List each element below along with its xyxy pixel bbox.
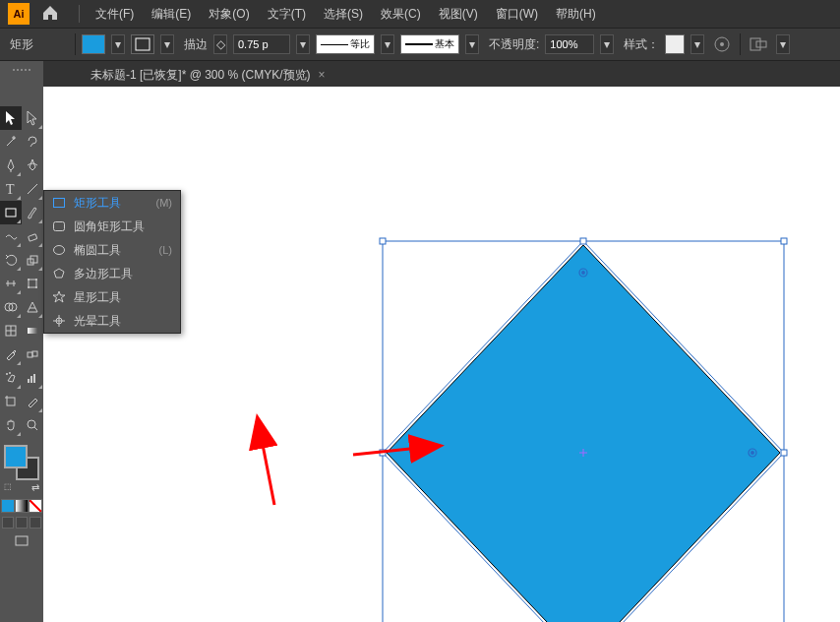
stroke-label: 描边 — [184, 36, 208, 53]
line-tool[interactable] — [22, 177, 43, 201]
svg-point-51 — [413, 452, 416, 455]
scale-tool[interactable] — [22, 248, 43, 272]
home-icon[interactable] — [41, 4, 61, 24]
brush-def[interactable]: 基本 — [400, 34, 459, 54]
shape-builder-tool[interactable] — [0, 295, 22, 319]
draw-normal[interactable] — [2, 517, 14, 529]
menu-type[interactable]: 文字(T) — [260, 2, 314, 27]
menu-window[interactable]: 窗口(W) — [488, 2, 546, 27]
flare-icon — [52, 314, 66, 328]
menu-effect[interactable]: 效果(C) — [373, 2, 429, 27]
opacity-dropdown[interactable]: ▾ — [600, 34, 614, 54]
paintbrush-tool[interactable] — [22, 201, 43, 224]
fill-dropdown[interactable]: ▾ — [111, 34, 125, 54]
fill-swatch[interactable] — [82, 34, 105, 54]
rectangle-tool[interactable] — [0, 201, 22, 224]
svg-rect-38 — [781, 238, 787, 244]
flyout-rectangle[interactable]: 矩形工具 (M) — [44, 191, 180, 215]
svg-line-33 — [34, 427, 37, 430]
eraser-tool[interactable] — [22, 224, 43, 248]
color-mode-solid[interactable] — [1, 499, 15, 513]
selected-rectangle-shape[interactable] — [372, 212, 795, 622]
canvas[interactable] — [43, 87, 840, 622]
toolbar: T — [0, 61, 43, 622]
control-bar: 矩形 ▾ ▾ 描边 ◇ 0.75 p ▾ 等比 ▾ 基本 ▾ 不透明度: 100… — [0, 28, 840, 61]
star-icon — [52, 290, 66, 304]
flyout-flare[interactable]: 光晕工具 — [44, 309, 180, 333]
slice-tool[interactable] — [22, 390, 43, 413]
graph-tool[interactable] — [22, 366, 43, 390]
flyout-polygon[interactable]: 多边形工具 — [44, 262, 180, 285]
svg-rect-29 — [7, 398, 15, 405]
align-dropdown[interactable]: ▾ — [776, 34, 790, 54]
lasso-tool[interactable] — [22, 130, 43, 154]
blend-tool[interactable] — [22, 342, 43, 366]
artboard-tool[interactable] — [0, 390, 22, 413]
svg-point-14 — [28, 286, 30, 288]
menu-help[interactable]: 帮助(H) — [548, 2, 604, 27]
draw-inside[interactable] — [30, 517, 41, 529]
style-swatch[interactable] — [665, 34, 685, 54]
style-dropdown[interactable]: ▾ — [690, 34, 704, 54]
magic-wand-tool[interactable] — [0, 130, 22, 154]
swap-colors-icon[interactable]: ⇄ — [31, 482, 39, 493]
svg-point-15 — [35, 286, 37, 288]
type-tool[interactable]: T — [0, 177, 22, 201]
ellipse-icon — [52, 243, 66, 257]
stroke-weight-dropdown[interactable]: ▾ — [296, 34, 310, 54]
fill-stroke-colors[interactable] — [4, 445, 39, 480]
stroke-profile[interactable]: 等比 — [316, 34, 375, 54]
eyedropper-tool[interactable] — [0, 342, 22, 366]
menu-object[interactable]: 对象(O) — [201, 2, 257, 27]
menu-file[interactable]: 文件(F) — [88, 2, 142, 27]
flyout-ellipse[interactable]: 椭圆工具 (L) — [44, 238, 180, 262]
svg-point-24 — [6, 373, 8, 375]
svg-rect-27 — [30, 376, 32, 383]
menu-edit[interactable]: 编辑(E) — [144, 2, 199, 27]
perspective-tool[interactable] — [22, 295, 43, 319]
svg-rect-11 — [29, 280, 36, 287]
flyout-rounded-rectangle[interactable]: 圆角矩形工具 — [44, 215, 180, 238]
draw-behind[interactable] — [16, 517, 28, 529]
curvature-tool[interactable] — [22, 154, 43, 177]
default-colors-icon[interactable]: ⬚ — [4, 482, 12, 493]
svg-rect-40 — [781, 450, 787, 456]
shaper-tool[interactable] — [0, 224, 22, 248]
document-tab[interactable]: 未标题-1 [已恢复]* @ 300 % (CMYK/预览) × — [81, 63, 335, 87]
svg-rect-26 — [28, 379, 30, 383]
symbol-sprayer-tool[interactable] — [0, 366, 22, 390]
zoom-tool[interactable] — [22, 413, 43, 437]
color-mode-gradient[interactable] — [15, 499, 29, 513]
width-tool[interactable] — [0, 272, 22, 295]
profile-dropdown[interactable]: ▾ — [381, 34, 394, 54]
menu-view[interactable]: 视图(V) — [431, 2, 486, 27]
stroke-dropdown[interactable]: ▾ — [160, 34, 174, 54]
gradient-tool[interactable] — [22, 319, 43, 342]
stroke-weight-input[interactable]: 0.75 p — [233, 34, 290, 54]
selection-tool[interactable] — [0, 106, 22, 130]
flyout-star[interactable]: 星形工具 — [44, 285, 180, 309]
svg-point-32 — [28, 420, 35, 428]
style-label: 样式： — [624, 36, 659, 53]
mesh-tool[interactable] — [0, 319, 22, 342]
control-shape-label: 矩形 — [10, 36, 69, 53]
align-icon[interactable] — [747, 32, 770, 56]
direct-selection-tool[interactable] — [22, 106, 43, 130]
free-transform-tool[interactable] — [22, 272, 43, 295]
stroke-link[interactable]: ◇ — [213, 34, 227, 54]
hand-tool[interactable] — [0, 413, 22, 437]
screen-mode[interactable] — [14, 534, 30, 548]
tab-close-icon[interactable]: × — [319, 68, 326, 82]
menu-select[interactable]: 选择(S) — [316, 2, 371, 27]
doc-setup-icon[interactable] — [710, 32, 734, 56]
svg-rect-28 — [33, 374, 35, 383]
opacity-input[interactable]: 100% — [545, 34, 594, 54]
brush-dropdown[interactable]: ▾ — [465, 34, 479, 54]
fill-color[interactable] — [4, 445, 28, 468]
rotate-tool[interactable] — [0, 248, 22, 272]
pen-tool[interactable] — [0, 154, 22, 177]
stroke-swatch[interactable] — [131, 34, 154, 54]
color-mode-none[interactable] — [29, 499, 42, 513]
svg-line-54 — [258, 419, 274, 505]
toolbar-grip[interactable] — [7, 69, 36, 75]
